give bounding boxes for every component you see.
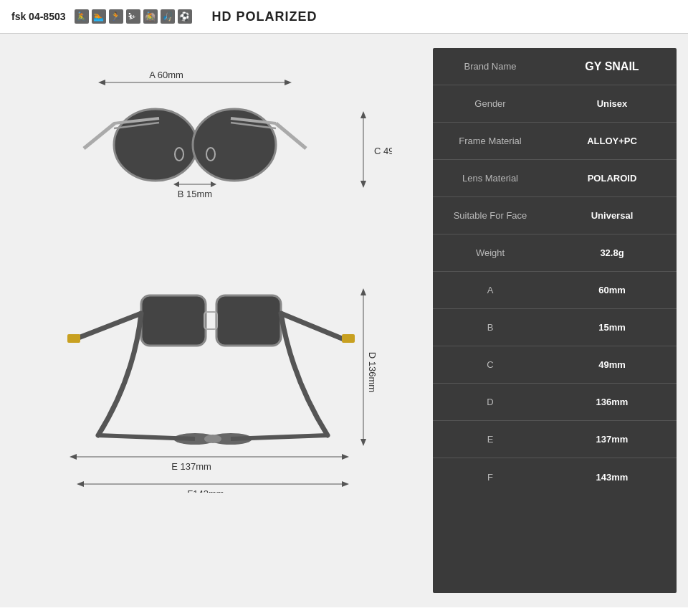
spec-row: C49mm [433,346,677,384]
sku-label: fsk 04-8503 [11,11,66,22]
svg-text:🎣: 🎣 [162,11,173,22]
sport-icons: 🚴 🏊 🏃 ⛷ 🚵 🎣 ⚽ [75,7,204,26]
svg-text:E 137mm: E 137mm [171,461,211,472]
spec-value: ALLOY+PC [548,128,677,153]
svg-marker-30 [173,181,179,187]
spec-label: B [433,315,548,340]
svg-text:🚵: 🚵 [145,11,156,22]
side-view-diagram: E 137mm F143mm D 136mm [41,234,392,493]
specs-panel: Brand NameGY SNAILGenderUnisexFrame Mate… [433,48,677,593]
svg-text:🏃: 🏃 [110,11,121,22]
svg-text:⛷: ⛷ [128,11,136,22]
svg-marker-31 [211,181,216,187]
spec-row: D136mm [433,384,677,421]
spec-row: B15mm [433,309,677,346]
activity-icons: 🚴 🏊 🏃 ⛷ 🚵 🎣 ⚽ [75,7,204,26]
spec-row: GenderUnisex [433,85,677,123]
spec-label: Brand Name [433,54,548,79]
spec-value: 136mm [548,389,677,414]
svg-line-37 [77,313,141,338]
spec-label: Lens Material [433,166,548,191]
header: fsk 04-8503 🚴 🏊 🏃 ⛷ 🚵 🎣 ⚽ HD POLARIZED [0,0,688,34]
svg-text:F143mm: F143mm [187,488,224,493]
svg-marker-54 [77,481,84,487]
svg-marker-15 [98,80,105,85]
spec-label: A [433,278,548,303]
svg-marker-16 [285,80,292,85]
svg-text:🏊: 🏊 [93,11,104,22]
spec-value: Universal [548,203,677,228]
spec-label: C [433,352,548,377]
spec-label: D [433,389,548,414]
spec-label: Gender [433,91,548,116]
svg-line-25 [84,123,115,148]
svg-text:D 136mm: D 136mm [367,352,378,392]
spec-label: Suitable For Face [433,203,548,228]
svg-rect-42 [216,295,281,346]
svg-marker-34 [360,111,366,118]
spec-value: GY SNAIL [548,53,677,80]
spec-row: Frame MaterialALLOY+PC [433,123,677,160]
svg-marker-35 [360,181,366,188]
svg-text:B 15mm: B 15mm [178,189,212,199]
spec-value: 49mm [548,352,677,377]
svg-text:🚴: 🚴 [76,11,87,22]
spec-value: 137mm [548,427,677,452]
svg-point-46 [204,435,221,443]
spec-row: Lens MaterialPOLAROID [433,160,677,197]
spec-row: A60mm [433,272,677,309]
svg-marker-59 [360,439,366,446]
spec-label: F [433,465,548,490]
hd-label: HD POLARIZED [212,9,317,24]
svg-rect-40 [342,334,355,343]
svg-text:⚽: ⚽ [179,11,190,22]
svg-marker-50 [70,454,77,460]
spec-label: Weight [433,240,548,265]
spec-value: 60mm [548,278,677,303]
spec-value: 15mm [548,315,677,340]
spec-row: Suitable For FaceUniversal [433,197,677,234]
spec-row: Brand NameGY SNAIL [433,48,677,85]
spec-row: E137mm [433,421,677,458]
spec-label: E [433,427,548,452]
svg-text:A 60mm: A 60mm [149,70,183,80]
spec-value: POLAROID [548,166,677,191]
svg-rect-41 [141,295,206,346]
spec-value: Unisex [548,91,677,116]
front-view-diagram: A 60mm B 15mm [41,62,392,234]
diagram-panel: A 60mm B 15mm [11,48,421,593]
spec-row: F143mm [433,458,677,496]
svg-line-39 [281,313,342,338]
svg-text:C 49mm: C 49mm [374,146,392,156]
spec-value: 143mm [548,465,677,490]
spec-row: Weight32.8g [433,234,677,272]
svg-line-26 [276,123,306,148]
main-content: A 60mm B 15mm [0,34,688,607]
svg-rect-38 [67,334,80,343]
svg-marker-55 [342,481,349,487]
svg-marker-58 [360,288,366,295]
svg-marker-51 [342,454,349,460]
spec-label: Frame Material [433,128,548,153]
spec-value: 32.8g [548,240,677,265]
